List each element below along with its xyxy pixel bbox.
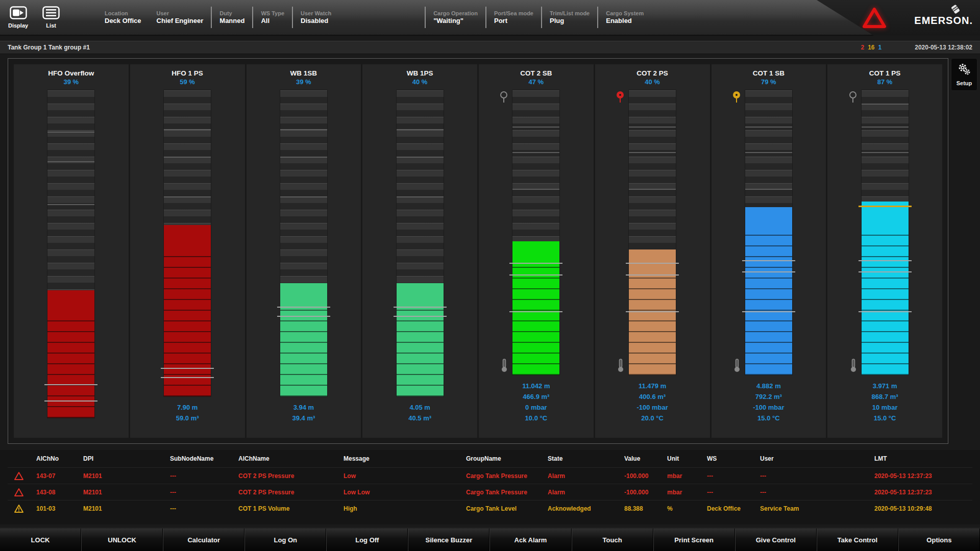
tank-readout-value: 59.0 m³ <box>176 413 199 423</box>
tank-panel-hfo-overflow[interactable]: HFO Overflow39 % <box>14 64 129 438</box>
alarm-cell-user: --- <box>760 489 874 496</box>
alarm-table-header-cell-groupname: GroupName <box>466 455 548 462</box>
tank-panel-cot-1-ps[interactable]: COT 1 PS87 %3.971 m868.7 m³10 mbar15.0 °… <box>827 64 942 438</box>
tank-level-bar[interactable] <box>861 90 909 375</box>
alarm-count-blue: 1 <box>878 44 882 51</box>
alarm-table-header-cell-message: Message <box>344 455 466 462</box>
emerson-box-icon <box>950 4 961 14</box>
status-field-label: Port/Sea mode <box>494 10 533 16</box>
toolbar-button-calculator[interactable]: Calculator <box>163 529 244 551</box>
tank-fill-stripes <box>512 265 559 375</box>
tank-group-statusbar: Tank Group 1 Tank group #1 2161 2020-05-… <box>0 41 980 54</box>
tank-level-bar[interactable] <box>628 90 676 375</box>
alarm-row-143-08[interactable]: 143-08M2101---COT 2 PS PressureLow LowCa… <box>8 484 972 500</box>
alarm-cell-subnodename: --- <box>170 472 238 480</box>
alarm-cell-message: Low Low <box>344 489 466 496</box>
status-field-value: Manned <box>219 17 244 24</box>
tank-level-bar[interactable] <box>163 90 211 397</box>
tank-percent: 47 % <box>529 78 544 86</box>
toolbar-button-print-screen[interactable]: Print Screen <box>653 529 735 551</box>
tank-gauge <box>130 90 245 397</box>
status-field-label: Duty <box>219 10 244 16</box>
alarm-counts: 2161 <box>861 44 882 51</box>
tank-percent: 87 % <box>877 78 893 86</box>
tank-fill <box>745 207 792 375</box>
gauge-segment-line <box>629 127 676 128</box>
statusbar-right: 2161 2020-05-13 12:38:02 <box>861 44 973 51</box>
alarm-table-header-cell-user: User <box>760 455 874 462</box>
toolbar-button-silence-buzzer[interactable]: Silence Buzzer <box>408 529 489 551</box>
tank-level-bar[interactable] <box>47 90 95 418</box>
tank-panel-wb-1sb[interactable]: WB 1SB39 %3.94 m39.4 m³ <box>247 64 361 438</box>
alarm-count-yellow: 16 <box>868 44 874 51</box>
tank-panel-wb-1ps[interactable]: WB 1PS40 %4.05 m40.5 m³ <box>362 64 477 438</box>
list-button[interactable]: List <box>42 6 60 29</box>
tank-level-bar[interactable] <box>745 90 793 375</box>
tank-panel-cot-2-sb[interactable]: COT 2 SB47 %11.042 m466.9 m³0 mbar10.0 °… <box>479 64 594 438</box>
tank-readouts: 11.479 m400.6 m³-100 mbar20.0 °C <box>636 381 668 423</box>
display-button[interactable]: Display <box>8 6 28 29</box>
gauge-segment-line <box>280 129 327 130</box>
status-field-value: Enabled <box>606 17 644 24</box>
alarm-table-header-cell-ws: WS <box>707 455 760 462</box>
tank-name: WB 1SB <box>290 69 317 77</box>
alarm-cell-value: -100.000 <box>624 489 667 496</box>
toolbar-button-unlock[interactable]: UNLOCK <box>81 529 163 551</box>
tank-panel-cot-2-ps[interactable]: COT 2 PS40 %11.479 m400.6 m³-100 mbar20.… <box>595 64 710 438</box>
tank-readout-value: 4.05 m <box>408 402 431 413</box>
alarm-cell-subnodename: --- <box>170 489 238 496</box>
gauge-setpoint-line <box>742 260 795 261</box>
toolbar-button-give-control[interactable]: Give Control <box>735 529 817 551</box>
alarm-triangle-icon[interactable] <box>861 6 888 32</box>
status-field-label: Cargo System <box>606 10 644 16</box>
toolbar-button-take-control[interactable]: Take Control <box>817 529 898 551</box>
tank-readout-value: 4.882 m <box>753 381 784 391</box>
tank-fill <box>164 225 211 396</box>
tank-level-bar[interactable] <box>280 90 328 397</box>
emerson-logo-text: EMERSON. <box>914 15 973 27</box>
alarm-cell-user: Service Team <box>760 505 874 512</box>
gear-icon <box>957 63 971 78</box>
alarm-table-header-cell-alchno: AlChNo <box>36 455 83 462</box>
status-field-duty: DutyManned <box>211 7 252 28</box>
tank-readouts: 11.042 m466.9 m³0 mbar10.0 °C <box>522 381 550 423</box>
gauge-setpoint-line <box>509 311 562 312</box>
header-right-panel: EMERSON. <box>817 0 980 36</box>
alarm-cell-ws: --- <box>707 472 760 480</box>
toolbar-button-ack-alarm[interactable]: Ack Alarm <box>489 529 571 551</box>
status-field-cargo-system: Cargo SystemEnabled <box>597 7 651 28</box>
tank-readouts: 3.971 m868.7 m³10 mbar15.0 °C <box>872 381 898 423</box>
setup-button[interactable]: Setup <box>951 58 977 91</box>
gauge-segment-line <box>164 157 211 158</box>
status-field-value: Port <box>494 17 533 24</box>
tank-level-bar[interactable] <box>512 90 560 375</box>
alarm-cell-unit: mbar <box>667 489 707 496</box>
gauge-segment-line <box>47 204 94 205</box>
tank-panel-hfo-1-ps[interactable]: HFO 1 PS59 %7.90 m59.0 m³ <box>130 64 245 438</box>
toolbar-button-options[interactable]: Options <box>898 529 980 551</box>
gauge-setpoint-line <box>626 263 679 264</box>
status-field-label: Trim/List mode <box>550 10 590 16</box>
toolbar-button-log-on[interactable]: Log On <box>244 529 326 551</box>
alarm-cell-dpi: M2101 <box>83 472 170 480</box>
tank-panel-cot-1-sb[interactable]: COT 1 SB79 %4.882 m792.2 m³-100 mbar15.0… <box>712 64 826 438</box>
status-field-value: Deck Office <box>105 17 141 24</box>
header-view-buttons: Display List <box>0 6 97 29</box>
alarm-cell-ws: Deck Office <box>707 505 760 512</box>
alarm-table-header-cell-lmt: LMT <box>874 455 972 462</box>
pressure-pin-icon <box>616 91 624 106</box>
toolbar-button-touch[interactable]: Touch <box>572 529 653 551</box>
status-field-location: LocationDeck Office <box>97 7 149 28</box>
toolbar-button-log-off[interactable]: Log Off <box>326 529 408 551</box>
tank-level-bar[interactable] <box>396 90 444 397</box>
alarm-row-143-07[interactable]: 143-07M2101---COT 2 PS PressureLowCargo … <box>8 467 972 484</box>
alarm-cell-groupname: Cargo Tank Pressure <box>466 489 548 496</box>
alarm-cell-lmt: 2020-05-13 10:29:48 <box>874 505 972 512</box>
list-button-label: List <box>46 22 56 29</box>
tank-readout-value: 10 mbar <box>872 402 898 413</box>
toolbar-button-lock[interactable]: LOCK <box>0 529 81 551</box>
gauge-segment-line <box>397 196 444 197</box>
alarm-row-101-03[interactable]: 101-03M2101---COT 1 PS VolumeHighCargo T… <box>8 500 972 516</box>
alarm-cell-message: Low <box>344 472 466 480</box>
gauge-setpoint-line <box>626 311 679 312</box>
